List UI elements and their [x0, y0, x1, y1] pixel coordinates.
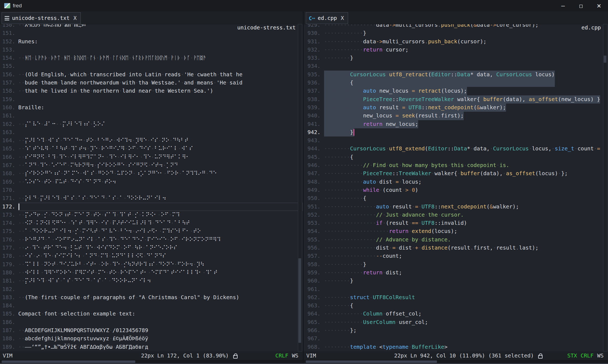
- code-line[interactable]: 162.··⡌⠁⠧⠑·⠼⠁⠒··⡍⠜⠇⠑⠹⠰⠎·⡣⠕⠌: [0, 120, 303, 128]
- code-line[interactable]: 181.··⡍⠜⠇⠑⠹·⠺⠁⠎·⠁⠎·⠙⠑⠁⠙·⠁⠎·⠁·⠙⠕⠕⠗⠤⠝⠁⠊⠇⠲: [0, 277, 303, 285]
- code-line[interactable]: 952.················//·Just·advance·the·…: [304, 211, 608, 219]
- code-line[interactable]: 954.····················return·extend(lo…: [304, 227, 608, 235]
- code-line[interactable]: 945.········{: [304, 153, 608, 161]
- line-number: 943.: [304, 136, 321, 145]
- editor-pane-left[interactable]: unicode-stress.txt X unicode-stress.txt …: [0, 11, 303, 364]
- code-line[interactable]: 186.: [0, 318, 303, 326]
- code-line[interactable]: 951.················auto·result·=·UTF8::…: [304, 203, 608, 211]
- editor-pane-right[interactable]: C++ ed.cpp X ed.cpp 929.················…: [304, 11, 608, 364]
- code-line[interactable]: 962.········struct·UTF8ColResult: [304, 293, 608, 302]
- code-line[interactable]: 967.: [304, 335, 608, 343]
- code-line[interactable]: 168.··⡎⠊⠗⠕⠕⠛⠑⠰⠎·⠝⠁⠍⠑·⠺⠁⠎·⠛⠕⠕⠙·⠥⠏⠕⠝·⠰⡡⠁⠝⠛…: [0, 169, 303, 178]
- code-line[interactable]: 152.Runes:: [0, 38, 303, 46]
- code-line[interactable]: 158.··that·he·lived·in·the·northern·land…: [0, 87, 303, 95]
- minimize-button[interactable]: —: [554, 0, 572, 11]
- vertical-scrollbar[interactable]: [298, 24, 302, 351]
- code-line[interactable]: 935.········CursorLocus·utf8_retract(Edi…: [304, 71, 608, 79]
- code-line[interactable]: 932.············return·cursor;: [304, 46, 608, 54]
- code-line[interactable]: 939.············auto·result·=·UTF8::next…: [304, 104, 608, 112]
- code-line[interactable]: 947.············PieceTree::TreeWalker·wa…: [304, 169, 608, 178]
- text-buffer[interactable]: 150.··እግርህን·በፍራሽህ·ልክ·ዘርጋ።151.152.Runes:1…: [0, 21, 303, 363]
- vertical-scrollbar[interactable]: [603, 24, 607, 351]
- code-line[interactable]: 157.··bude·thaem·lande·northweardum·with…: [0, 79, 303, 87]
- tab-unicode-stress[interactable]: unicode-stress.txt X: [2, 12, 81, 24]
- code-line[interactable]: 959.············return·dist;: [304, 269, 608, 277]
- code-line[interactable]: 941.············return·new_locus;: [304, 120, 608, 128]
- code-line[interactable]: 963.········{: [304, 302, 608, 310]
- text-buffer[interactable]: 929.················data->multi_cursors.…: [304, 21, 608, 363]
- code-line[interactable]: 930.············}: [304, 29, 608, 37]
- code-line[interactable]: 153.: [0, 46, 303, 54]
- code-line[interactable]: 169.··⠡⠕⠎⠑·⠞⠕·⠏⠥⠞·⠙⠊⠎·⠙⠁⠝⠙·⠞⠕⠲: [0, 178, 303, 186]
- close-button[interactable]: ×: [590, 0, 608, 11]
- code-line[interactable]: 958.············}: [304, 260, 608, 269]
- code-line[interactable]: 182.: [0, 285, 303, 293]
- code-line[interactable]: 943.: [304, 136, 608, 145]
- code-line[interactable]: 960.········}: [304, 277, 608, 285]
- code-line[interactable]: 942.········}: [304, 128, 608, 136]
- code-line[interactable]: 173.··⡍⠔⠙⠖·⡊·⠙⠕⠝⠰⠞·⠍⠑⠁⠝·⠞⠕·⠎⠁⠹·⠹⠁⠞·⡊·⠅⠝⠪…: [0, 211, 303, 219]
- cursor-position-info: 22px Ln 172, Col 1 (83.90%): [141, 351, 229, 360]
- code-line[interactable]: 155.: [0, 62, 303, 70]
- code-line[interactable]: 171.··⡕⠇⠙·⡍⠜⠇⠑⠹·⠺⠁⠎·⠁⠎·⠙⠑⠁⠙·⠁⠎·⠁·⠙⠕⠕⠗⠤⠝⠁…: [0, 194, 303, 202]
- code-line[interactable]: 936.········{: [304, 79, 608, 87]
- line-number: 168.: [0, 169, 15, 178]
- code-line[interactable]: 185.Compact·font·selection·example·text:: [0, 310, 303, 318]
- line-number: 952.: [304, 211, 321, 219]
- close-icon[interactable]: X: [341, 15, 344, 21]
- code-line[interactable]: 170.: [0, 186, 303, 194]
- code-line[interactable]: 177.··⠔·⠹⠑·⠞⠗⠁⠙⠑⠲·⡃⠥⠞·⠹⠑·⠺⠊⠎⠙⠕⠍·⠕⠋·⠳⠗·⠁⠝…: [0, 244, 303, 252]
- code-line[interactable]: 156.··(Old·English,·which·transcribed·in…: [0, 71, 303, 79]
- code-line[interactable]: 189.··–—‘“”„†•…‰™œŠŸž€·ΑΒΓΔΩαβγδω·АБВГДа…: [0, 343, 303, 351]
- code-line[interactable]: 172.: [0, 203, 303, 211]
- code-line[interactable]: 184.: [0, 302, 303, 310]
- code-line[interactable]: 934.: [304, 62, 608, 70]
- code-line[interactable]: 955.················//·Advance·by·distan…: [304, 236, 608, 244]
- code-line[interactable]: 167.··⠁⠝⠙·⠹⠑·⠡⠊⠑⠋·⠍⠳⠗⠝⠻⠲·⡎⠊⠗⠕⠕⠛⠑·⠎⠊⠛⠝⠫·⠊…: [0, 161, 303, 169]
- code-line[interactable]: 961.: [304, 285, 608, 293]
- code-line[interactable]: 154.··ᚻᛖ·ᚳᚹᚫᚦ·ᚦᚫᛏ·ᚻᛖ·ᛒᚢᛞᛖ·ᚩᚾ·ᚦᚫᛗ·ᛚᚪᚾᛞᛖ·ᚾ…: [0, 54, 303, 62]
- code-line[interactable]: 179.··⠩⠁⠇⠇·⠝⠕⠞·⠙⠊⠌⠥⠗⠃·⠊⠞⠂·⠕⠗·⠹⠑·⡊⠳⠝⠞⠗⠹⠰⠎…: [0, 260, 303, 269]
- code-line[interactable]: 957.················--count;: [304, 252, 608, 260]
- code-line[interactable]: 950.············{: [304, 194, 608, 202]
- vertical-scrollbar-thumb[interactable]: [604, 56, 606, 63]
- code-line[interactable]: 965.············UserColumn·user_col;: [304, 318, 608, 326]
- code-line[interactable]: 178.··⠊⠎·⠔·⠹⠑·⠎⠊⠍⠊⠇⠑⠆·⠁⠝⠙·⠍⠹·⠥⠝⠙⠁⠇⠇⠪⠫·⠙⠁…: [0, 252, 303, 260]
- maximize-button[interactable]: □: [572, 0, 590, 11]
- code-line[interactable]: 175.··⠁·⠙⠕⠕⠗⠤⠝⠁⠊⠇⠲·⡊·⠍⠊⠣⠞·⠙⠁⠧⠑·⠃⠑⠲·⠔⠊⠇⠔⠫…: [0, 227, 303, 235]
- code-line[interactable]: 944.········CursorLocus·utf8_extend(Edit…: [304, 145, 608, 153]
- code-line[interactable]: 160.Braille:: [0, 104, 303, 112]
- code-line[interactable]: 968.········template·<typename·BufferLik…: [304, 343, 608, 351]
- line-number: 155.: [0, 62, 15, 70]
- code-line[interactable]: 161.: [0, 112, 303, 120]
- code-line[interactable]: 966.········};: [304, 326, 608, 335]
- tab-ed-cpp[interactable]: C++ ed.cpp X: [306, 12, 348, 24]
- vertical-scrollbar-thumb[interactable]: [298, 258, 301, 343]
- code-line[interactable]: 946.············//·Find·out·how·many·byt…: [304, 161, 608, 169]
- code-line[interactable]: 933.········}: [304, 54, 608, 62]
- horizontal-scrollbar-thumb[interactable]: [2, 360, 135, 363]
- close-icon[interactable]: X: [73, 15, 77, 21]
- code-line[interactable]: 180.··⠺⠊⠇⠇·⠹⠻⠑⠋⠕⠗⠑·⠏⠻⠍⠊⠞·⠍⠑·⠞⠕·⠗⠑⠏⠑⠁⠞⠂·⠑…: [0, 269, 303, 277]
- code-line[interactable]: 949.············while·(count·>·0): [304, 186, 608, 194]
- code-line[interactable]: 165.··⠱⠁⠞⠑⠧⠻·⠁⠃⠳⠞·⠹⠁⠞⠲·⡹⠑·⠗⠑⠛⠊⠌⠻·⠕⠋·⠙⠊⠎·…: [0, 145, 303, 153]
- code-line[interactable]: 166.··⠎⠊⠛⠝⠫·⠃⠹·⠹⠑·⠊⠇⠻⠛⠹⠍⠁⠝⠂·⠹⠑·⠊⠇⠻⠊⠂·⠹⠑·…: [0, 153, 303, 161]
- code-line[interactable]: 188.··abcdefghijklmnopqrstuvwxyz·£©µÀÆÖÞ…: [0, 335, 303, 343]
- code-line[interactable]: 948.············auto·dist·=·locus;: [304, 178, 608, 186]
- code-line[interactable]: 940.············new_locus·=·seek(result.…: [304, 112, 608, 120]
- code-line[interactable]: 159.: [0, 95, 303, 104]
- code-line[interactable]: 931.············data->multi_cursors.push…: [304, 38, 608, 46]
- code-line[interactable]: 176.··⠗⠑⠛⠜⠙·⠁·⠊⠕⠋⠋⠔⠤⠝⠁⠊⠇·⠁⠎·⠹⠑·⠙⠑⠁⠙⠑⠌·⠏⠊…: [0, 236, 303, 244]
- code-line[interactable]: 956.················dist·=·dist·+·distan…: [304, 244, 608, 252]
- code-line[interactable]: 174.··⠪⠝·⠅⠝⠪⠇⠫⠛⠑⠂·⠱⠁⠞·⠹⠻⠑·⠊⠎·⠏⠜⠞⠊⠊⠥⠇⠜⠇⠹·…: [0, 219, 303, 227]
- code-line[interactable]: 938.············PieceTree::ReverseTreeWa…: [304, 95, 608, 104]
- code-line[interactable]: 163.: [0, 128, 303, 136]
- code-line[interactable]: 937.············auto·new_locus·=·retract…: [304, 87, 608, 95]
- line-number: 169.: [0, 178, 15, 186]
- code-line[interactable]: 964.············Column·offset_col;: [304, 310, 608, 318]
- horizontal-scrollbar-thumb[interactable]: [306, 360, 437, 363]
- code-line[interactable]: 183.··(The·first·couple·of·paragraphs·of…: [0, 293, 303, 302]
- code-line[interactable]: 164.··⡍⠜⠇⠑⠹·⠺⠁⠎·⠙⠑⠁⠙⠒·⠞⠕·⠃⠑⠛⠔·⠺⠊⠹⠲·⡹⠻⠑·⠊…: [0, 136, 303, 145]
- code-line[interactable]: 187.··ABCDEFGHIJKLMNOPQRSTUVWXYZ·/012345…: [0, 326, 303, 335]
- code-line[interactable]: 953.················if·(result·==·UTF8::…: [304, 219, 608, 227]
